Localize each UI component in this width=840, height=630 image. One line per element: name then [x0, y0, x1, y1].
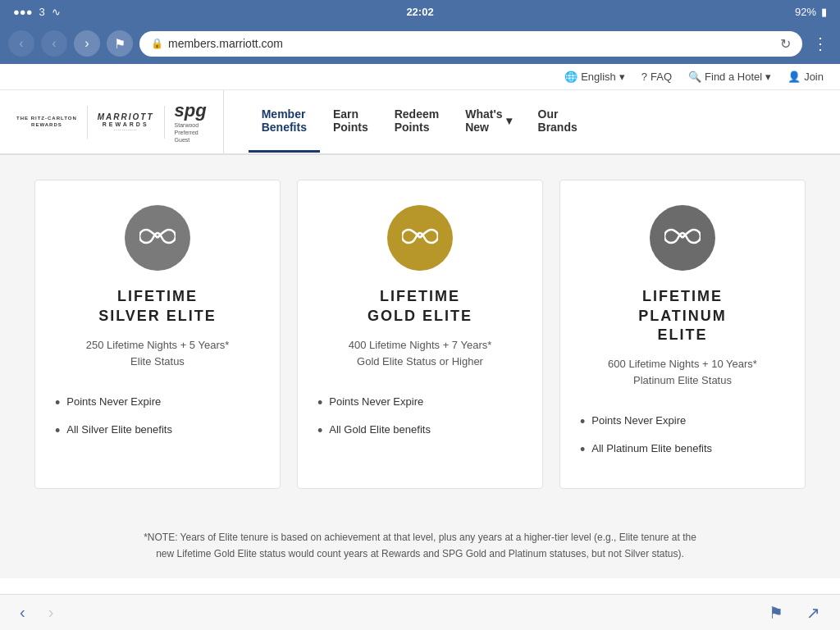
silver-title: LIFETIMESILVER ELITE: [55, 287, 260, 326]
gold-requirement: 400 Lifetime Nights + 7 Years*Gold Elite…: [317, 337, 523, 369]
wifi-icon: ∿: [52, 6, 61, 18]
gold-icon: [387, 205, 453, 271]
signal-strength: 3: [39, 6, 45, 18]
bottom-back-button[interactable]: ‹: [16, 600, 29, 625]
silver-requirement: 250 Lifetime Nights + 5 Years*Elite Stat…: [55, 337, 260, 369]
nav-earn-points-label: EarnPoints: [333, 107, 368, 134]
faq-icon: ?: [641, 71, 647, 83]
silver-benefits: Points Never Expire All Silver Elite ben…: [55, 389, 260, 445]
browser-bar: ‹ ‹ › ⚑ 🔒 members.marriott.com ↻ ⋮: [0, 23, 840, 64]
forward-left-button[interactable]: ‹: [41, 30, 67, 57]
find-hotel-link[interactable]: 🔍 Find a Hotel ▾: [688, 71, 771, 83]
nav-redeem-points-label: RedeemPoints: [395, 107, 439, 134]
bottom-navigation: ‹ ›: [16, 600, 57, 625]
nav-whats-new-label: What'sNew: [465, 107, 502, 134]
bottom-bookmark-button[interactable]: ⚑: [765, 600, 787, 626]
lock-icon: 🔒: [151, 38, 163, 49]
status-left: ●●● 3 ∿: [13, 6, 61, 18]
forward-button[interactable]: ›: [74, 30, 100, 57]
silver-benefit-2: All Silver Elite benefits: [55, 417, 260, 445]
globe-icon: 🌐: [564, 71, 578, 83]
nav-our-brands-label: OurBrands: [538, 107, 578, 134]
main-content: LIFETIMESILVER ELITE 250 Lifetime Nights…: [0, 155, 840, 514]
silver-benefit-1: Points Never Expire: [55, 389, 260, 417]
gold-benefit-2: All Gold Elite benefits: [317, 417, 523, 445]
note-text: *NOTE: Years of Elite tenure is based on…: [141, 530, 699, 561]
gold-benefit-1: Points Never Expire: [317, 389, 523, 417]
language-label: English: [581, 71, 616, 83]
find-hotel-label: Find a Hotel: [705, 71, 762, 83]
utility-bar: 🌐 English ▾ ? FAQ 🔍 Find a Hotel ▾ 👤 Joi…: [0, 64, 840, 90]
url-text: members.marriott.com: [168, 37, 775, 50]
platinum-icon: [650, 205, 715, 271]
language-selector[interactable]: 🌐 English ▾: [564, 71, 625, 83]
browser-menu-button[interactable]: ⋮: [809, 30, 832, 57]
gold-elite-card: LIFETIMEGOLD ELITE 400 Lifetime Nights +…: [297, 180, 543, 489]
nav-redeem-points[interactable]: RedeemPoints: [381, 91, 452, 153]
platinum-benefit-1: Points Never Expire: [580, 408, 785, 436]
bottom-forward-button[interactable]: ›: [45, 600, 57, 625]
person-icon: 👤: [788, 71, 801, 83]
divider2: [164, 106, 165, 139]
platinum-elite-card: LIFETIMEPLATINUMELITE 600 Lifetime Night…: [559, 180, 806, 489]
nav-earn-points[interactable]: EarnPoints: [320, 91, 381, 153]
whats-new-chevron: ▾: [506, 114, 512, 127]
status-right: 92% ▮: [795, 6, 827, 18]
time: 22:02: [406, 6, 433, 18]
tier-cards-row: LIFETIMESILVER ELITE 250 Lifetime Nights…: [34, 180, 806, 489]
platinum-benefit-2: All Platinum Elite benefits: [580, 436, 785, 463]
url-bar[interactable]: 🔒 members.marriott.com ↻: [139, 31, 802, 57]
logo-area: THE RITZ-CARLTON REWARDS Marriott REWARD…: [16, 90, 224, 153]
join-label: Join: [804, 71, 824, 83]
bottom-browser-bar: ‹ › ⚑ ↗: [0, 594, 840, 630]
bottom-share-button[interactable]: ↗: [803, 600, 824, 626]
join-link[interactable]: 👤 Join: [788, 71, 824, 83]
language-chevron: ▾: [619, 71, 625, 83]
spg-logo: spg StarwoodPreferredGuest: [175, 100, 207, 144]
nav-member-benefits-label: MemberBenefits: [262, 107, 307, 134]
search-icon: 🔍: [688, 71, 701, 83]
status-bar: ●●● 3 ∿ 22:02 92% ▮: [0, 0, 840, 23]
nav-member-benefits[interactable]: MemberBenefits: [249, 91, 320, 153]
silver-icon: [125, 205, 190, 271]
nav-our-brands[interactable]: OurBrands: [525, 91, 591, 153]
refresh-button[interactable]: ↻: [780, 36, 791, 52]
divider: [87, 106, 88, 139]
ritz-carlton-logo: THE RITZ-CARLTON REWARDS: [16, 116, 77, 129]
note-section: *NOTE: Years of Elite tenure is based on…: [0, 514, 840, 578]
platinum-benefits: Points Never Expire All Platinum Elite b…: [580, 408, 785, 463]
bottom-right-actions: ⚑ ↗: [765, 600, 824, 626]
main-navigation: THE RITZ-CARLTON REWARDS Marriott REWARD…: [0, 90, 840, 155]
nav-whats-new[interactable]: What'sNew ▾: [452, 91, 524, 153]
find-hotel-chevron: ▾: [765, 71, 771, 83]
signal-icon: ●●●: [13, 6, 33, 18]
gold-benefits: Points Never Expire All Gold Elite benef…: [317, 389, 523, 445]
platinum-requirement: 600 Lifetime Nights + 10 Years*Platinum …: [580, 356, 785, 388]
gold-title: LIFETIMEGOLD ELITE: [317, 287, 523, 326]
battery-icon: ▮: [821, 6, 827, 18]
silver-elite-card: LIFETIMESILVER ELITE 250 Lifetime Nights…: [34, 180, 281, 489]
bookmark-button[interactable]: ⚑: [107, 30, 133, 57]
back-button[interactable]: ‹: [8, 30, 34, 57]
platinum-title: LIFETIMEPLATINUMELITE: [580, 287, 785, 345]
marriott-rewards-logo: Marriott REWARDS ············: [98, 112, 154, 132]
faq-label: FAQ: [651, 71, 672, 83]
nav-items: MemberBenefits EarnPoints RedeemPoints W…: [249, 91, 591, 153]
website-content: 🌐 English ▾ ? FAQ 🔍 Find a Hotel ▾ 👤 Joi…: [0, 64, 840, 594]
battery-level: 92%: [795, 6, 816, 18]
faq-link[interactable]: ? FAQ: [641, 71, 672, 83]
